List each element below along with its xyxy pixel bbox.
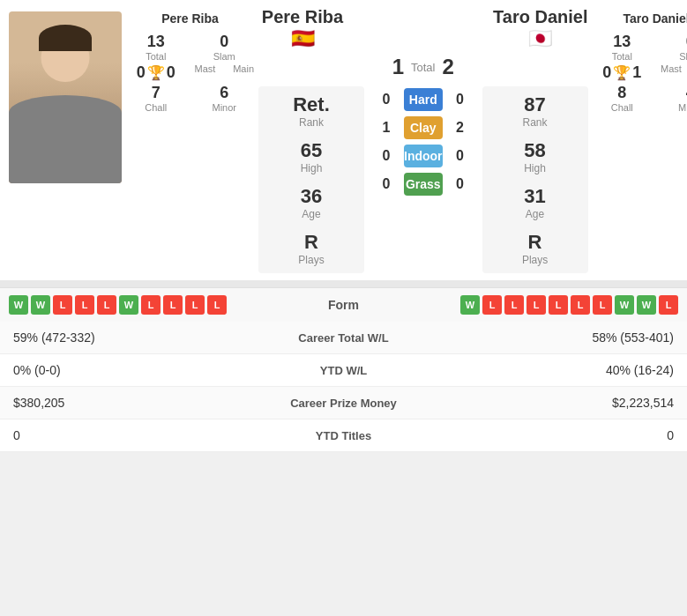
right-total-score: 2 — [443, 55, 454, 79]
right-rank-value: 87 — [489, 93, 581, 116]
indoor-left-score: 0 — [369, 148, 404, 164]
right-plays-label: Plays — [489, 254, 581, 266]
total-label: Total — [411, 61, 435, 74]
left-rank-label: Rank — [265, 116, 357, 129]
right-trophy-icon: 🏆 — [613, 64, 631, 81]
main-container: Pere Riba 13 Total 0 Slam 0 🏆 0 Mast — [0, 0, 687, 452]
grass-button: Grass — [404, 173, 443, 196]
right-career-wl: 58% (553-401) — [432, 330, 675, 345]
left-form-badge-7: L — [141, 295, 161, 315]
left-flag: 🇪🇸 — [291, 27, 315, 50]
left-plays-label: Plays — [265, 254, 357, 266]
right-rank-label: Rank — [489, 116, 581, 129]
left-form-badge-8: L — [163, 295, 183, 315]
right-slam-stat: 0 Slam — [661, 33, 687, 62]
left-player-photo — [9, 11, 122, 183]
grass-right-score: 0 — [443, 176, 478, 192]
indoor-right-score: 0 — [443, 148, 478, 164]
surface-row-hard: 0 Hard 0 — [369, 88, 478, 111]
left-rank-col: Ret. Rank 65 High 36 Age R Plays — [258, 86, 364, 273]
right-mast-label: Mast Main — [661, 63, 687, 82]
left-name-flag: Pere Riba 🇪🇸 — [258, 7, 347, 50]
career-wl-row: 59% (472-332) Career Total W/L 58% (553-… — [0, 322, 687, 354]
left-form-badge-10: L — [207, 295, 227, 315]
right-total-stat: 13 Total — [593, 33, 653, 62]
right-form-badge-5: L — [549, 295, 568, 315]
left-total-score: 1 — [392, 55, 404, 79]
right-form-badge-8: W — [615, 295, 634, 315]
left-trophy-icon: 🏆 — [147, 64, 165, 81]
left-career-wl: 59% (472-332) — [13, 330, 256, 345]
clay-right-score: 2 — [443, 120, 478, 136]
right-form-badge-9: W — [637, 295, 656, 315]
left-form-badge-5: L — [97, 295, 116, 315]
right-form-badge-6: L — [571, 295, 590, 315]
career-wl-label: Career Total W/L — [256, 331, 432, 345]
section-divider — [0, 280, 687, 287]
form-label: Form — [227, 298, 460, 312]
left-prize-money: $380,205 — [13, 396, 256, 410]
left-ytd-titles: 0 — [13, 428, 256, 442]
left-minor-stat: 6 Minor — [195, 84, 255, 113]
prize-money-row: $380,205 Career Prize Money $2,223,514 — [0, 387, 687, 419]
ytd-wl-label: YTD W/L — [256, 364, 432, 377]
center-content: Pere Riba 🇪🇸 Taro Daniel 🇯🇵 1 Total 2 Re… — [258, 7, 588, 273]
left-total-stat: 13 Total — [126, 33, 186, 62]
right-form-badges: W L L L L L L W W L — [460, 295, 678, 315]
left-age-value: 36 — [265, 185, 357, 208]
right-plays-value: R — [489, 231, 581, 254]
clay-left-score: 1 — [369, 120, 404, 136]
right-form-badge-4: L — [526, 295, 546, 315]
surfaces-col: 0 Hard 0 1 Clay 2 0 Indoor 0 — [369, 86, 478, 197]
left-form-badge-2: W — [31, 295, 50, 315]
ytd-wl-row: 0% (0-0) YTD W/L 40% (16-24) — [0, 354, 687, 387]
left-high-label: High — [265, 162, 357, 174]
total-scores-row: 1 Total 2 — [258, 55, 588, 79]
right-center-name: Taro Daniel — [493, 7, 587, 27]
right-high-label: High — [489, 162, 581, 174]
left-form-badge-9: L — [185, 295, 205, 315]
left-form-badge-1: W — [9, 295, 28, 315]
left-player-name: Pere Riba — [161, 11, 219, 26]
left-form-badge-4: L — [75, 295, 94, 315]
left-mast-label: Mast Main — [195, 63, 255, 82]
left-plays-value: R — [265, 231, 357, 254]
right-age-label: Age — [489, 208, 581, 220]
right-chall-stat: 8 Chall — [593, 84, 653, 113]
left-mast-stat: 0 🏆 0 — [126, 63, 186, 82]
player-info-area: Pere Riba 13 Total 0 Slam 0 🏆 0 Mast — [0, 0, 687, 280]
left-age-label: Age — [265, 208, 357, 220]
right-form-badge-2: L — [482, 295, 502, 315]
right-mast-stat: 0 🏆 1 — [593, 63, 653, 82]
left-form-badge-6: W — [119, 295, 138, 315]
right-player-name-label: Taro Daniel — [623, 11, 687, 26]
form-section: W W L L L W L L L L Form W L L L L L L W… — [0, 287, 687, 322]
right-rank-col: 87 Rank 58 High 31 Age R Plays — [482, 86, 588, 273]
right-age-value: 31 — [489, 185, 581, 208]
right-flag: 🇯🇵 — [528, 27, 552, 50]
left-rank-value: Ret. — [265, 93, 357, 116]
right-minor-stat: 4 Minor — [661, 84, 687, 113]
hard-left-score: 0 — [369, 92, 404, 108]
surface-row-grass: 0 Grass 0 — [369, 173, 478, 196]
right-form-badge-10: L — [659, 295, 678, 315]
right-name-flag: Taro Daniel 🇯🇵 — [493, 7, 587, 50]
clay-button: Clay — [404, 116, 443, 139]
left-player-stats: Pere Riba 13 Total 0 Slam 0 🏆 0 Mast — [122, 7, 258, 117]
right-form-badge-7: L — [593, 295, 612, 315]
right-high-value: 58 — [489, 139, 581, 162]
indoor-button: Indoor — [404, 145, 443, 167]
left-center-name: Pere Riba — [262, 7, 343, 27]
hard-button: Hard — [404, 88, 443, 111]
left-slam-stat: 0 Slam — [195, 33, 255, 62]
right-ytd-wl: 40% (16-24) — [432, 363, 675, 377]
surface-row-indoor: 0 Indoor 0 — [369, 145, 478, 167]
names-flags-row: Pere Riba 🇪🇸 Taro Daniel 🇯🇵 — [258, 7, 588, 50]
surface-row-clay: 1 Clay 2 — [369, 116, 478, 139]
right-form-badge-1: W — [460, 295, 480, 315]
prize-money-label: Career Prize Money — [256, 397, 432, 410]
right-prize-money: $2,223,514 — [432, 396, 675, 410]
right-form-badge-3: L — [504, 295, 524, 315]
middle-content: Ret. Rank 65 High 36 Age R Plays 0 — [258, 86, 588, 273]
left-form-badges: W W L L L W L L L L — [9, 295, 227, 315]
